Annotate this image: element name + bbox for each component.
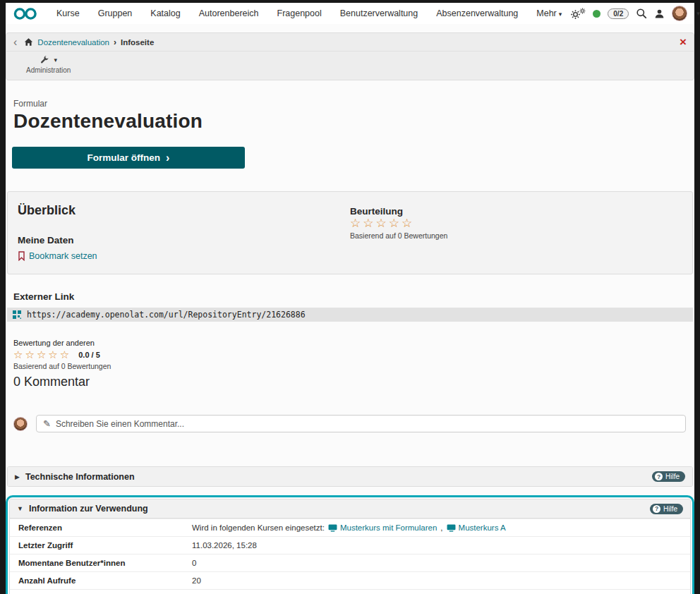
question-mark-icon: ? xyxy=(653,505,660,513)
top-navbar: Kurse Gruppen Katalog Autorenbereich Fra… xyxy=(6,3,694,24)
comment-compose-row: ✎ xyxy=(13,415,693,432)
usage-info-header[interactable]: ▼ Information zur Verwendung ? Hilfe xyxy=(10,499,690,519)
course-icon xyxy=(328,524,337,532)
comment-text-field[interactable] xyxy=(56,419,679,429)
rating-score: 0.0 / 5 xyxy=(78,351,100,359)
my-data-title: Meine Daten xyxy=(18,235,350,246)
bookmark-icon xyxy=(18,251,25,261)
external-link-bar: https://academy.openolat.com/url/Reposit… xyxy=(7,308,693,322)
technical-info-title: Technische Informationen xyxy=(25,472,135,482)
highlight-outline: ▼ Information zur Verwendung ? Hilfe Ref… xyxy=(6,495,694,594)
breadcrumb-current: Infoseite xyxy=(121,38,154,47)
presence-status-dot[interactable] xyxy=(593,10,601,18)
administration-menu-button[interactable]: ▾ Administration xyxy=(26,55,71,74)
chevron-down-icon: ▾ xyxy=(559,11,562,18)
overview-title: Überblick xyxy=(18,203,350,218)
row-label: Anzahl Exporte xyxy=(10,590,186,594)
back-chevron-icon[interactable]: ‹ xyxy=(13,37,17,48)
row-value: 0 xyxy=(186,590,690,594)
main-content: Formular Dozentenevaluation Formular öff… xyxy=(6,99,694,594)
technical-info-header[interactable]: ▶ Technische Informationen ? Hilfe xyxy=(8,467,692,486)
nav-item-mehr-label: Mehr xyxy=(536,8,556,18)
close-icon[interactable]: × xyxy=(680,36,687,48)
table-row: Referenzen Wird in folgenden Kursen eing… xyxy=(10,519,690,536)
table-row: Anzahl Exporte 0 xyxy=(10,589,690,594)
others-rating-caption: Basierend auf 0 Bewertungen xyxy=(13,362,693,370)
others-rating-title: Bewertung der anderen xyxy=(13,339,693,347)
nav-item-kurse[interactable]: Kurse xyxy=(48,6,88,21)
course-icon xyxy=(447,524,456,532)
others-rating-row: ☆☆☆☆☆ 0.0 / 5 xyxy=(13,348,693,361)
rating-title: Beurteilung xyxy=(350,206,682,217)
breadcrumb-parent-link[interactable]: Dozentenevaluation xyxy=(37,38,109,47)
help-button[interactable]: ? Hilfe xyxy=(652,471,685,482)
references-prefix: Wird in folgenden Kursen eingesetzt: xyxy=(192,523,325,532)
comment-input[interactable]: ✎ xyxy=(36,415,686,432)
row-value: Wird in folgenden Kursen eingesetzt: Mus… xyxy=(186,519,690,536)
page-header-block: ‹ Dozentenevaluation › Infoseite × ▾ Adm… xyxy=(6,32,694,80)
breadcrumb: ‹ Dozentenevaluation › Infoseite × xyxy=(6,33,694,51)
nav-item-mehr[interactable]: Mehr▾ xyxy=(528,6,570,21)
overview-panel: Überblick Meine Daten Bookmark setzen Be… xyxy=(7,191,693,274)
row-value: 20 xyxy=(186,572,690,589)
rating-stars[interactable]: ☆☆☆☆☆ xyxy=(13,348,71,361)
usage-info-title: Information zur Verwendung xyxy=(29,504,148,514)
app-window: Kurse Gruppen Katalog Autorenbereich Fra… xyxy=(6,3,694,594)
course-link-musterkurs-a[interactable]: Musterkurs A xyxy=(447,523,506,532)
toolbar: ▾ Administration xyxy=(6,51,694,80)
open-form-button[interactable]: Formular öffnen › xyxy=(12,147,245,169)
nav-item-autorenbereich[interactable]: Autorenbereich xyxy=(191,6,267,21)
usage-info-panel: ▼ Information zur Verwendung ? Hilfe Ref… xyxy=(9,499,691,594)
breadcrumb-separator-icon: › xyxy=(114,37,116,47)
overview-rating-column: Beurteilung ☆☆☆☆☆ Basierend auf 0 Bewert… xyxy=(350,203,682,261)
help-label: Hilfe xyxy=(665,473,680,480)
rating-caption: Basierend auf 0 Bewertungen xyxy=(350,231,682,240)
rating-stars[interactable]: ☆☆☆☆☆ xyxy=(350,217,682,231)
user-avatar[interactable] xyxy=(672,6,687,21)
table-row: Letzter Zugriff 11.03.2026, 15:28 xyxy=(10,536,690,554)
row-label: Letzter Zugriff xyxy=(10,537,186,554)
nav-item-fragenpool[interactable]: Fragenpool xyxy=(269,6,330,21)
openolat-logo[interactable] xyxy=(13,7,38,20)
course-link-label: Musterkurs A xyxy=(459,523,506,532)
nav-item-gruppen[interactable]: Gruppen xyxy=(90,6,141,21)
settings-gears-icon[interactable] xyxy=(570,8,586,20)
nav-item-benutzerverwaltung[interactable]: Benutzerverwaltung xyxy=(332,6,426,21)
infinity-logo-icon xyxy=(13,7,38,20)
overview-left-column: Überblick Meine Daten Bookmark setzen xyxy=(18,203,350,261)
table-row: Momentane Benutzer*innen 0 xyxy=(10,554,690,571)
comments-count-title: 0 Kommentar xyxy=(13,375,693,389)
search-icon[interactable] xyxy=(636,8,647,19)
user-avatar xyxy=(13,417,28,431)
row-value: 11.03.2026, 15:28 xyxy=(186,537,690,554)
wrench-icon xyxy=(40,55,49,65)
row-value: 0 xyxy=(186,554,690,571)
nav-item-katalog[interactable]: Katalog xyxy=(142,6,188,21)
bookmark-row: Bookmark setzen xyxy=(18,251,350,261)
external-link-url[interactable]: https://academy.openolat.com/url/Reposit… xyxy=(27,310,306,320)
qr-code-icon[interactable] xyxy=(13,310,21,319)
table-row: Anzahl Aufrufe 20 xyxy=(10,571,690,589)
row-label: Momentane Benutzer*innen xyxy=(10,554,186,571)
page-title: Dozentenevaluation xyxy=(13,110,693,133)
external-link-title: Externer Link xyxy=(13,291,693,302)
home-icon[interactable] xyxy=(24,37,33,47)
navbar-right-tools: 0/2 ▾ xyxy=(570,6,699,21)
help-button[interactable]: ? Hilfe xyxy=(650,504,683,514)
open-form-button-label: Formular öffnen xyxy=(88,152,161,163)
link-separator: , xyxy=(440,523,442,532)
session-count-badge[interactable]: 0/2 xyxy=(608,8,629,19)
triangle-right-icon: ▶ xyxy=(15,473,20,480)
nav-item-absenzenverwaltung[interactable]: Absenzenverwaltung xyxy=(428,6,526,21)
set-bookmark-link[interactable]: Bookmark setzen xyxy=(29,251,97,261)
administration-label: Administration xyxy=(26,66,71,74)
chevron-down-icon[interactable]: ▾ xyxy=(696,10,700,17)
chevron-right-icon: › xyxy=(166,152,169,164)
row-label: Referenzen xyxy=(10,519,186,536)
row-label: Anzahl Aufrufe xyxy=(10,572,186,589)
technical-info-panel: ▶ Technische Informationen ? Hilfe xyxy=(7,466,693,487)
user-profile-icon[interactable] xyxy=(654,8,665,19)
chevron-down-icon: ▾ xyxy=(54,56,57,63)
course-link-musterkurs-formulare[interactable]: Musterkurs mit Formularen xyxy=(328,523,437,532)
entry-type-label: Formular xyxy=(13,99,693,109)
